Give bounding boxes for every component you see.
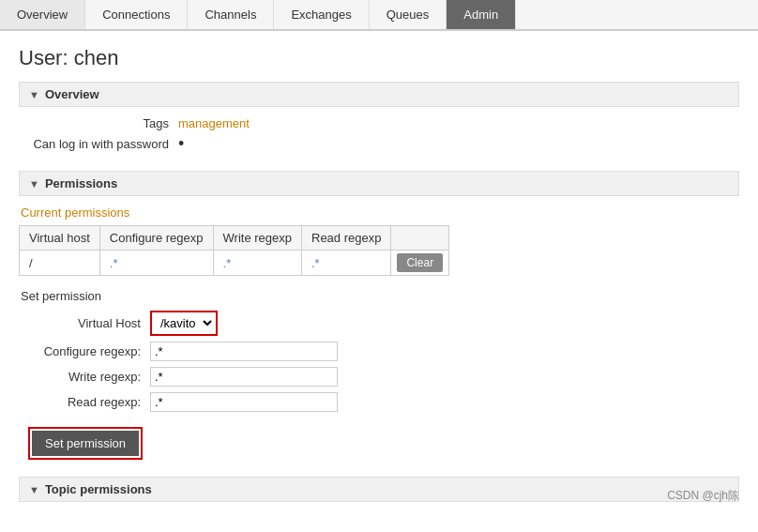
- tab-queues[interactable]: Queues: [370, 0, 447, 29]
- main-content: User: chen ▼ Overview Tags management Ca…: [0, 31, 758, 526]
- col-vhost: Virtual host: [20, 226, 100, 251]
- set-permission-button[interactable]: Set permission: [32, 431, 139, 456]
- write-regexp-input[interactable]: [150, 367, 338, 387]
- login-label: Can log in with password: [28, 137, 178, 151]
- row-vhost: /: [20, 251, 100, 276]
- overview-header-label: Overview: [45, 87, 99, 101]
- page-title: User: chen: [19, 46, 739, 70]
- row-write: .*: [213, 251, 301, 276]
- virtual-host-row: Virtual Host /kavito /: [19, 311, 739, 336]
- configure-regexp-row: Configure regexp:: [19, 342, 739, 361]
- read-regexp-label: Read regexp:: [19, 395, 150, 409]
- permissions-section: ▼ Permissions Current permissions Virtua…: [19, 171, 739, 460]
- set-permission-label: Set permission: [21, 289, 739, 303]
- tab-overview[interactable]: Overview: [0, 0, 85, 29]
- tags-value: management: [178, 116, 250, 130]
- virtual-host-select-wrapper: /kavito /: [150, 311, 218, 336]
- set-permission-button-wrapper: Set permission: [28, 427, 143, 460]
- topic-header: ▼ Topic permissions: [19, 477, 739, 502]
- tags-row: Tags management: [28, 116, 739, 130]
- tags-label: Tags: [28, 116, 178, 130]
- login-value: •: [178, 134, 184, 154]
- read-regexp-input[interactable]: [150, 392, 338, 412]
- topic-header-label: Topic permissions: [45, 482, 152, 496]
- clear-button[interactable]: Clear: [397, 253, 443, 272]
- col-configure: Configure regexp: [99, 226, 213, 251]
- col-actions: [391, 226, 449, 251]
- row-read: .*: [302, 251, 391, 276]
- row-configure: .*: [99, 251, 213, 276]
- write-regexp-label: Write regexp:: [19, 370, 150, 384]
- login-row: Can log in with password •: [28, 134, 739, 154]
- permissions-header-label: Permissions: [45, 176, 117, 190]
- table-row: / .* .* .* Clear: [20, 251, 449, 276]
- permissions-table: Virtual host Configure regexp Write rege…: [19, 225, 449, 276]
- overview-info-table: Tags management Can log in with password…: [28, 116, 739, 154]
- write-regexp-row: Write regexp:: [19, 367, 739, 387]
- tab-connections[interactable]: Connections: [85, 0, 188, 29]
- col-write: Write regexp: [213, 226, 301, 251]
- overview-arrow-icon: ▼: [29, 89, 39, 100]
- permissions-arrow-icon: ▼: [29, 178, 39, 190]
- row-actions: Clear: [391, 251, 449, 276]
- topic-arrow-icon: ▼: [29, 484, 39, 495]
- topic-section: ▼ Topic permissions: [19, 477, 739, 502]
- top-nav: Overview Connections Channels Exchanges …: [0, 0, 758, 31]
- overview-section: ▼ Overview Tags management Can log in wi…: [19, 82, 739, 154]
- tab-channels[interactable]: Channels: [188, 0, 274, 29]
- overview-header: ▼ Overview: [19, 82, 739, 107]
- virtual-host-label: Virtual Host: [19, 316, 150, 330]
- virtual-host-select[interactable]: /kavito /: [153, 313, 215, 333]
- col-read: Read regexp: [302, 226, 391, 251]
- read-regexp-row: Read regexp:: [19, 392, 739, 412]
- tab-exchanges[interactable]: Exchanges: [274, 0, 369, 29]
- tab-admin[interactable]: Admin: [447, 0, 516, 29]
- configure-regexp-input[interactable]: [150, 342, 338, 361]
- watermark: CSDN @cjh陈: [667, 488, 739, 504]
- permissions-header: ▼ Permissions: [19, 171, 739, 196]
- current-permissions-label: Current permissions: [21, 205, 739, 220]
- configure-regexp-label: Configure regexp:: [19, 344, 150, 358]
